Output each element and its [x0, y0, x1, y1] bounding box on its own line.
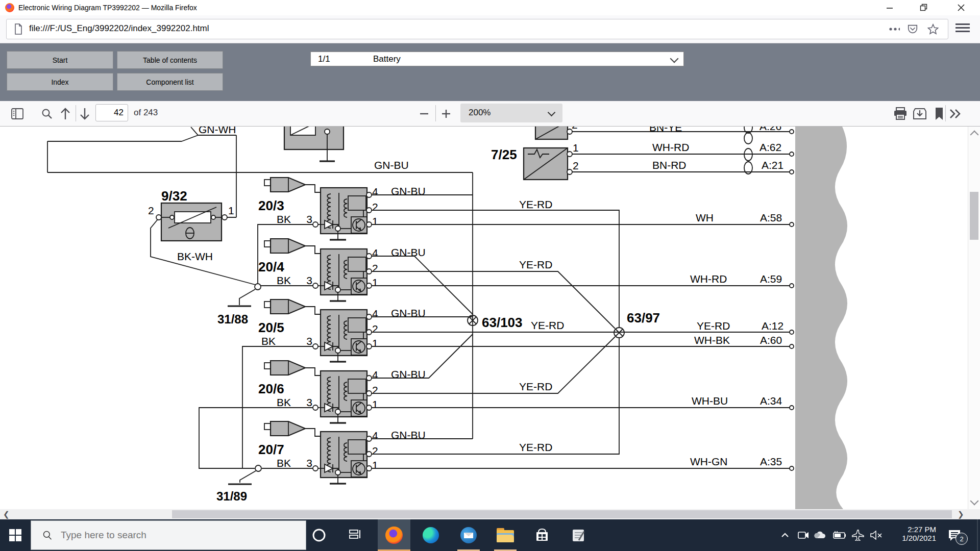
table-of-contents-button[interactable]: Table of contents [117, 51, 223, 69]
svg-text:1: 1 [372, 459, 378, 471]
svg-text:1: 1 [228, 205, 234, 216]
pdf-vertical-scrollbar[interactable] [968, 127, 980, 509]
zoom-out-icon[interactable] [416, 106, 432, 122]
onedrive-icon[interactable] [813, 519, 829, 551]
scroll-left-icon[interactable]: ❮ [3, 510, 10, 519]
svg-text:1: 1 [372, 277, 378, 288]
pdf-toolbar: of 243 200% [0, 101, 980, 127]
airplane-mode-icon[interactable] [849, 519, 867, 551]
connector-a-rows: WH A:58 WH-RD A:59 YE-RD A:12 WH-BK A:60… [372, 212, 794, 470]
search-input[interactable] [60, 529, 286, 541]
svg-text:YE-RD: YE-RD [519, 198, 552, 210]
svg-text:1: 1 [372, 337, 378, 349]
svg-text:1: 1 [573, 142, 579, 154]
start-button[interactable] [0, 519, 31, 551]
start-nav-button[interactable]: Start [7, 51, 113, 69]
taskbar-clock[interactable]: 2:27 PM 1/20/2021 [889, 519, 936, 551]
svg-text:9/32: 9/32 [161, 188, 187, 204]
wire-gn-bu-branches [372, 195, 473, 439]
svg-text:WH-RD: WH-RD [690, 273, 727, 285]
url-text[interactable]: file:///F:/US_Eng/3992202/index_3992202.… [29, 23, 209, 34]
cortana-button[interactable] [303, 519, 335, 551]
next-page-icon[interactable] [77, 106, 93, 122]
ewd-nav-panel: Start Table of contents Index Component … [0, 43, 980, 101]
splice-63-97: 63/97 [614, 310, 660, 338]
svg-text:2: 2 [372, 201, 378, 213]
close-icon[interactable] [949, 0, 973, 15]
meet-now-icon[interactable] [796, 519, 811, 551]
diagram-page-fraction: 1/1 [318, 54, 330, 64]
component-20-5: 20/5 BK 3 4 2 1 GN-BU [258, 299, 426, 362]
window-titlebar: Electronic Wiring Diagram TP3992202 — Mo… [0, 0, 980, 15]
bookmark-star-icon[interactable] [927, 23, 939, 35]
store-taskbar-icon[interactable] [526, 519, 558, 551]
svg-text:BN-YE: BN-YE [649, 127, 682, 133]
vertical-scroll-thumb[interactable] [970, 192, 978, 240]
notes-app-taskbar-icon[interactable] [562, 519, 595, 551]
component-20-4: 20/4 BK 3 4 2 1 GN-BU [258, 239, 426, 301]
svg-text:3: 3 [306, 335, 312, 347]
menu-icon[interactable] [955, 21, 970, 35]
restore-button[interactable] [912, 0, 936, 15]
splice-63-103: 63/103 [468, 315, 523, 330]
page-torn-edge [795, 127, 847, 509]
component-list-button[interactable]: Component list [117, 73, 223, 91]
svg-text:BK: BK [277, 213, 291, 225]
firefox-taskbar-icon[interactable] [378, 519, 410, 551]
pdf-horizontal-scrollbar[interactable]: ❮ ❯ [0, 509, 980, 519]
svg-text:A:62: A:62 [760, 141, 781, 153]
scroll-up-icon[interactable] [970, 131, 979, 139]
zoom-level-select[interactable]: 200% [460, 104, 562, 122]
scroll-right-icon[interactable]: ❯ [958, 510, 964, 519]
page-number-input[interactable] [95, 104, 128, 121]
component-9-32: 9/32 2 1 [148, 188, 234, 241]
component-20-6: 20/6 BK 3 4 2 1 GN-BU [258, 361, 426, 423]
zoom-in-icon[interactable] [438, 106, 454, 122]
svg-text:4: 4 [372, 186, 378, 197]
minimize-button[interactable] [878, 0, 901, 15]
svg-text:YE-RD: YE-RD [697, 320, 730, 332]
svg-text:A:12: A:12 [762, 320, 783, 332]
diagram-select-dropdown[interactable]: 1/1 Battery [310, 52, 684, 66]
svg-text:20/4: 20/4 [258, 259, 284, 274]
previous-page-icon[interactable] [57, 106, 74, 122]
search-icon[interactable] [39, 106, 55, 122]
task-view-button[interactable] [338, 519, 371, 551]
svg-text:GN-BU: GN-BU [374, 159, 409, 171]
svg-text:A:58: A:58 [760, 212, 782, 223]
horizontal-scroll-thumb[interactable] [172, 510, 952, 518]
svg-text:63/97: 63/97 [627, 310, 660, 325]
more-tools-icon[interactable] [947, 106, 964, 122]
svg-text:WH-GN: WH-GN [690, 456, 727, 467]
save-icon[interactable] [912, 106, 928, 122]
url-bar[interactable]: file:///F:/US_Eng/3992202/index_3992202.… [6, 19, 948, 39]
svg-text:YE-RD: YE-RD [519, 441, 552, 453]
volume-muted-icon[interactable] [868, 519, 885, 551]
svg-text:YE-RD: YE-RD [519, 381, 552, 392]
file-explorer-taskbar-icon[interactable] [489, 519, 522, 551]
clock-date: 1/20/2021 [889, 534, 936, 542]
page-actions-icon[interactable] [889, 26, 900, 37]
clock-time: 2:27 PM [889, 525, 936, 534]
svg-text:1: 1 [372, 398, 378, 410]
thunderbird-taskbar-icon[interactable] [452, 519, 485, 551]
battery-icon[interactable] [831, 519, 847, 551]
hidden-icons-chevron[interactable] [778, 519, 792, 551]
svg-text:BK: BK [277, 396, 291, 408]
pocket-icon[interactable] [907, 23, 918, 35]
svg-text:20/3: 20/3 [258, 198, 284, 213]
scroll-down-icon[interactable] [970, 497, 979, 506]
toolbar-divider [435, 105, 436, 121]
svg-text:4: 4 [372, 430, 378, 441]
wiring-diagram-canvas[interactable]: GN-WH GN-BU 2 BN-YE A:26 7/25 1 2 [0, 127, 980, 509]
svg-text:2: 2 [372, 323, 378, 335]
index-button[interactable]: Index [7, 73, 113, 91]
edge-taskbar-icon[interactable] [414, 519, 447, 551]
sidebar-toggle-icon[interactable] [9, 106, 26, 122]
print-icon[interactable] [892, 106, 909, 122]
component-20-7: 20/7 BK 3 4 2 1 GN-BU [258, 421, 426, 484]
show-desktop-button[interactable] [977, 519, 978, 551]
twisted-pair-icon [744, 127, 752, 174]
svg-text:63/103: 63/103 [482, 315, 523, 330]
taskbar-search[interactable] [31, 520, 306, 550]
